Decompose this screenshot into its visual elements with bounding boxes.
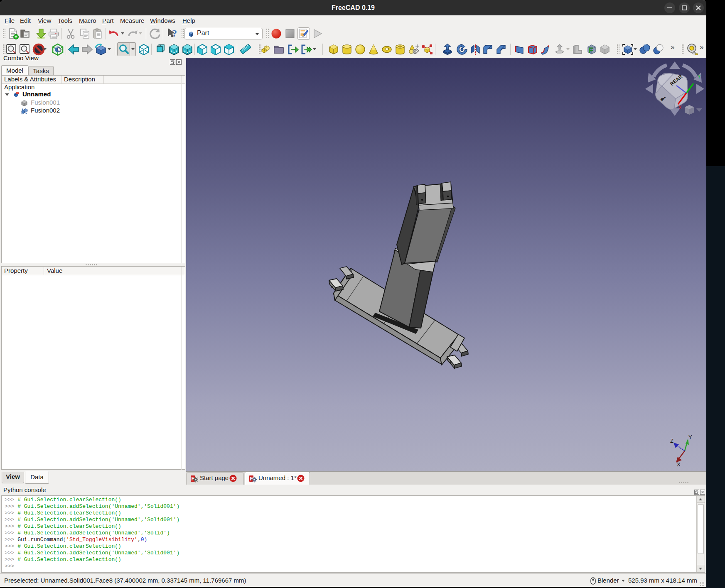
svg-text:Y: Y [698, 74, 701, 80]
svg-text:Z: Z [670, 438, 673, 444]
svg-text:X: X [678, 105, 682, 111]
svg-text:X: X [677, 461, 681, 468]
svg-text:Y: Y [688, 434, 692, 440]
svg-text:F: F [589, 47, 593, 54]
